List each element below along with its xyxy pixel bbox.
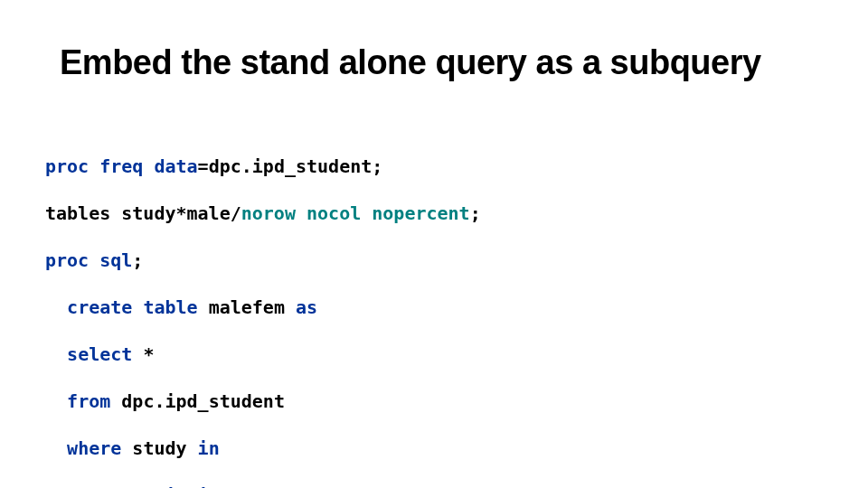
slide-title: Embed the stand alone query as a subquer… [60, 43, 832, 82]
opt-nopercent: nopercent [372, 202, 469, 224]
tables-stmt: tables study*male/ [45, 202, 241, 224]
kw-where: where [67, 437, 121, 459]
kw-in: in [198, 437, 220, 459]
kw-as: as [296, 296, 317, 318]
code-line: (select distinct study [45, 483, 481, 488]
kw-freq: freq [99, 155, 143, 177]
code-line: tables study*male/norow nocol nopercent; [45, 202, 481, 225]
kw-proc: proc [45, 155, 89, 177]
opt-norow: norow [241, 202, 296, 224]
code-line: create table malefem as [45, 296, 481, 319]
dataset-name: =dpc.ipd_student; [198, 155, 383, 177]
kw-select: select [67, 343, 132, 365]
code-line: proc sql; [45, 249, 481, 272]
table-name: malefem [198, 296, 296, 318]
code-line: proc freq data=dpc.ipd_student; [45, 155, 481, 178]
kw-from: from [67, 390, 110, 412]
kw-table: table [143, 296, 197, 318]
opt-nocol: nocol [307, 202, 361, 224]
kw-select: select [78, 484, 143, 488]
kw-create: create [67, 296, 132, 318]
opt-data: data [154, 155, 197, 177]
table-ref: dpc.ipd_student [110, 390, 285, 412]
code-line: where study in [45, 436, 481, 460]
kw-proc: proc [45, 249, 89, 271]
code-block: proc freq data=dpc.ipd_student; tables s… [45, 131, 481, 488]
code-line: select * [45, 343, 481, 366]
kw-distinct: distinct [154, 484, 241, 488]
code-line: from dpc.ipd_student [45, 389, 481, 413]
kw-sql: sql [99, 249, 132, 271]
slide: Embed the stand alone query as a subquer… [0, 0, 868, 488]
